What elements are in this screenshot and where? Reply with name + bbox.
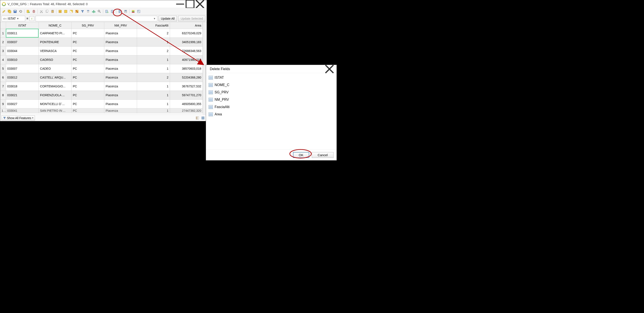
- cell[interactable]: Piacenza: [104, 29, 137, 38]
- cell[interactable]: 033012: [6, 73, 38, 82]
- deselect-all-icon[interactable]: [74, 9, 79, 14]
- cell[interactable]: 1: [137, 91, 170, 99]
- cancel-button[interactable]: Cancel: [312, 152, 334, 158]
- cell[interactable]: 1: [137, 55, 170, 64]
- field-list-item[interactable]: NM_PRV: [208, 96, 335, 103]
- cell[interactable]: 34051999,183: [170, 38, 202, 46]
- delete-selected-icon[interactable]: [32, 9, 36, 14]
- conditional-format-icon[interactable]: [131, 9, 136, 14]
- col-header[interactable]: ISTAT: [6, 22, 38, 29]
- copy-icon[interactable]: [44, 9, 49, 14]
- cell[interactable]: 40971980,219: [170, 55, 202, 64]
- reload-icon[interactable]: [18, 9, 23, 14]
- cell[interactable]: PC: [72, 29, 104, 38]
- cell[interactable]: Piacenza: [104, 46, 137, 55]
- row-header[interactable]: 1: [0, 29, 6, 38]
- cell[interactable]: 033044: [6, 46, 38, 55]
- cell[interactable]: MONTICELLI D`...: [38, 99, 71, 108]
- zoom-to-selected-icon[interactable]: [97, 9, 102, 14]
- cell[interactable]: CORTEMAGGIO...: [38, 82, 71, 91]
- cell[interactable]: CADEO: [38, 64, 71, 73]
- table-row[interactable]: 9033027MONTICELLI D`...PCPiacenza1465058…: [0, 99, 203, 108]
- table-row[interactable]: 7033018CORTEMAGGIO...PCPiacenza136767527…: [0, 82, 203, 91]
- cell[interactable]: Piacenza: [104, 108, 137, 113]
- table-scroll[interactable]: ISTAT NOME_C SG_PRV NM_PRV FasciaAlti Ar…: [0, 22, 203, 115]
- table-row[interactable]: 4033010CAORSOPCPiacenza140971980,219: [0, 55, 203, 64]
- cell[interactable]: Piacenza: [104, 64, 137, 73]
- close-button[interactable]: [195, 1, 205, 7]
- cell[interactable]: PC: [72, 99, 104, 108]
- cell[interactable]: VERNASCA: [38, 46, 71, 55]
- cell[interactable]: SAN PIETRO IN ...: [38, 108, 71, 113]
- maximize-button[interactable]: [185, 1, 195, 7]
- row-header[interactable]: 9: [0, 99, 6, 108]
- cell[interactable]: Piacenza: [104, 73, 137, 82]
- save-edits-icon[interactable]: [13, 9, 18, 14]
- cell[interactable]: PC: [72, 108, 104, 113]
- cell[interactable]: 1: [137, 64, 170, 73]
- field-list-item[interactable]: Area: [208, 111, 335, 118]
- field-calculator-icon[interactable]: [123, 9, 128, 14]
- cell[interactable]: Piacenza: [104, 55, 137, 64]
- pan-to-selected-icon[interactable]: [91, 9, 96, 14]
- cell[interactable]: Piacenza: [104, 38, 137, 46]
- cell[interactable]: PC: [72, 38, 104, 46]
- cell[interactable]: 1: [137, 82, 170, 91]
- close-button[interactable]: [324, 66, 334, 72]
- cell[interactable]: 1: [137, 108, 170, 113]
- cell[interactable]: PC: [72, 82, 104, 91]
- ok-button[interactable]: OK: [293, 152, 310, 158]
- field-list-item[interactable]: FasciaAlti: [208, 103, 335, 111]
- table-row[interactable]: 1033011CARPANETO PI...PCPiacenza26327024…: [0, 29, 203, 38]
- cell[interactable]: CASTELL`ARQU...: [38, 73, 71, 82]
- expression-button[interactable]: ε: [30, 16, 34, 21]
- cell[interactable]: 033007: [6, 64, 38, 73]
- cell[interactable]: Piacenza: [104, 91, 137, 99]
- cell[interactable]: 72688348,563: [170, 46, 202, 55]
- cell[interactable]: 27447382,320: [170, 108, 202, 113]
- field-list[interactable]: ISTATNOME_CSG_PRVNM_PRVFasciaAltiArea: [206, 73, 336, 149]
- cell[interactable]: Piacenza: [104, 99, 137, 108]
- add-feature-icon[interactable]: [26, 9, 30, 14]
- row-header[interactable]: 8: [0, 91, 6, 99]
- organize-columns-icon[interactable]: [118, 9, 122, 14]
- row-header[interactable]: 4: [0, 55, 6, 64]
- filter-selection-icon[interactable]: [80, 9, 85, 14]
- cell[interactable]: Piacenza: [104, 82, 137, 91]
- col-header[interactable]: NOME_C: [38, 22, 71, 29]
- invert-selection-icon[interactable]: [69, 9, 74, 14]
- cell[interactable]: 033027: [6, 99, 38, 108]
- expression-input[interactable]: ▼: [36, 16, 157, 21]
- cell[interactable]: 38570603,018: [170, 64, 202, 73]
- cell[interactable]: 033018: [6, 82, 38, 91]
- table-row[interactable]: 3033044VERNASCAPCPiacenza272688348,563: [0, 46, 203, 55]
- cell[interactable]: 2: [137, 29, 170, 38]
- table-row[interactable]: 10033041SAN PIETRO IN ...PCPiacenza12744…: [0, 108, 203, 113]
- cell[interactable]: 033011: [6, 29, 38, 38]
- cell[interactable]: 46505800,355: [170, 99, 202, 108]
- delete-field-icon[interactable]: [110, 9, 115, 14]
- cell[interactable]: 36767527,532: [170, 82, 202, 91]
- cell[interactable]: PC: [72, 55, 104, 64]
- corner-cell[interactable]: [0, 22, 6, 29]
- cell[interactable]: 033010: [6, 55, 38, 64]
- field-list-item[interactable]: SG_PRV: [208, 89, 335, 96]
- minimize-button[interactable]: [175, 1, 185, 7]
- paste-icon[interactable]: [50, 9, 55, 14]
- table-row[interactable]: 5033007CADEOPCPiacenza138570603,018: [0, 64, 203, 73]
- update-all-button[interactable]: Update All: [158, 16, 177, 21]
- table-row[interactable]: 2033037PONTENUREPCPiacenza134051999,183: [0, 38, 203, 46]
- cell[interactable]: 2: [137, 73, 170, 82]
- col-header[interactable]: Area: [170, 22, 202, 29]
- dock-attribute-table-icon[interactable]: [136, 9, 141, 14]
- multiedit-icon[interactable]: [7, 9, 12, 14]
- cell[interactable]: 52204368,280: [170, 73, 202, 82]
- row-header[interactable]: 5: [0, 64, 6, 73]
- select-all-icon[interactable]: [63, 9, 68, 14]
- cell[interactable]: 63270249,029: [170, 29, 202, 38]
- cell[interactable]: 2: [137, 46, 170, 55]
- cell[interactable]: PC: [72, 64, 104, 73]
- col-header[interactable]: SG_PRV: [72, 22, 104, 29]
- field-list-item[interactable]: ISTAT: [208, 74, 335, 81]
- table-row[interactable]: 6033012CASTELL`ARQU...PCPiacenza25220436…: [0, 73, 203, 82]
